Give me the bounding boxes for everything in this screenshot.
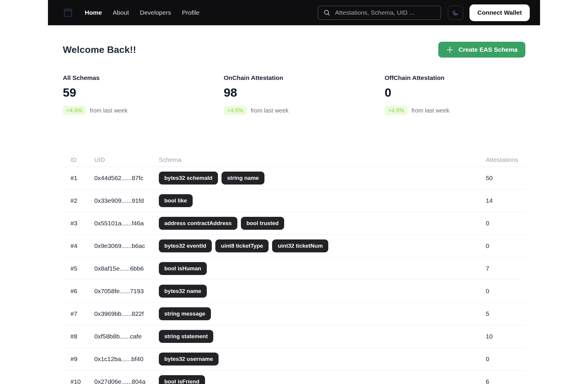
row-uid: 0xf58b8b......cafe: [94, 333, 159, 340]
nav-item-developers[interactable]: Developers: [140, 9, 171, 16]
nav-item-about[interactable]: About: [113, 9, 129, 16]
change-note: from last week: [90, 107, 128, 114]
search-icon: [323, 9, 331, 16]
row-id: #2: [71, 197, 94, 204]
change-badge: +4.5%: [63, 106, 86, 115]
row-id: #10: [71, 378, 94, 384]
change-badge: +4.5%: [224, 106, 247, 115]
change-note: from last week: [251, 107, 289, 114]
table-row[interactable]: #2 0x33e909......91fd bool like 14: [63, 190, 525, 212]
search-placeholder: Attestations, Schema, UID ...: [335, 9, 414, 16]
nav-item-profile[interactable]: Profile: [182, 9, 199, 16]
row-id: #9: [71, 356, 94, 363]
schema-field-pill: bytes32 eventId: [159, 239, 212, 252]
table-row[interactable]: #5 0x8af15e......6bb6 bool isHuman 7: [63, 257, 525, 280]
stat-card-offchain-attestation: OffChain Attestation 0 +4.5% from last w…: [385, 74, 525, 115]
table-row[interactable]: #7 0x3969bb......822f string message 5: [63, 303, 525, 325]
theme-toggle-button[interactable]: [448, 6, 463, 20]
row-uid: 0x33e909......91fd: [94, 197, 159, 204]
stat-label: All Schemas: [63, 74, 204, 81]
table-body: #1 0x44d562......87fc bytes32 schemaIdst…: [63, 167, 525, 384]
row-id: #7: [71, 310, 94, 317]
stat-card-all-schemas: All Schemas 59 +4.5% from last week: [63, 74, 204, 115]
row-id: #5: [71, 265, 94, 272]
row-attestations: 0: [486, 242, 525, 249]
row-id: #1: [71, 175, 94, 182]
stat-value: 59: [63, 86, 204, 100]
row-schema-pills: bytes32 eventIduint8 ticketTypeuint32 ti…: [159, 239, 486, 252]
row-attestations: 0: [486, 288, 525, 295]
schemas-table: ID UID Schema Attestations #1 0x44d562..…: [63, 153, 525, 384]
stats-section: All Schemas 59 +4.5% from last week OnCh…: [63, 74, 525, 115]
column-header-schema: Schema: [159, 156, 486, 163]
row-schema-pills: address contractAddressbool trusted: [159, 217, 486, 230]
table-row[interactable]: #10 0x27d06e......804a bool isFriend 6: [63, 370, 525, 384]
create-button-label: Create EAS Schema: [459, 46, 518, 53]
row-id: #8: [71, 333, 94, 340]
schema-field-pill: string message: [159, 307, 211, 320]
row-uid: 0x3969bb......822f: [94, 310, 159, 317]
create-eas-schema-button[interactable]: Create EAS Schema: [438, 42, 525, 58]
row-uid: 0x9e3069......b6ac: [94, 242, 159, 249]
row-uid: 0x1c12ba......bf40: [94, 356, 159, 363]
schema-field-pill: address contractAddress: [159, 217, 237, 230]
column-header-attestations: Attestations: [486, 156, 525, 163]
row-uid: 0x7058fe......7193: [94, 288, 159, 295]
stat-label: OnChain Attestation: [224, 74, 364, 81]
stat-card-onchain-attestation: OnChain Attestation 98 +4.5% from last w…: [224, 74, 364, 115]
row-id: #4: [71, 242, 94, 249]
nav-links: Home About Developers Profile: [85, 9, 199, 16]
row-uid: 0x55101a......f46a: [94, 220, 159, 227]
schema-field-pill: uint8 ticketType: [215, 239, 269, 252]
schema-field-pill: string name: [221, 172, 264, 185]
row-attestations: 14: [486, 197, 525, 204]
stat-value: 98: [224, 86, 364, 100]
search-input[interactable]: Attestations, Schema, UID ...: [318, 6, 441, 20]
app-logo[interactable]: [62, 7, 74, 19]
row-schema-pills: bool isHuman: [159, 262, 486, 275]
navbar: Home About Developers Profile Attestatio…: [48, 0, 540, 25]
page-title: Welcome Back!!: [63, 44, 136, 55]
row-attestations: 5: [486, 310, 525, 317]
row-uid: 0x44d562......87fc: [94, 175, 159, 182]
schema-field-pill: bytes32 name: [159, 285, 207, 298]
column-header-uid: UID: [94, 156, 159, 163]
moon-icon: [452, 9, 459, 16]
table-row[interactable]: #6 0x7058fe......7193 bytes32 name 0: [63, 280, 525, 303]
schema-field-pill: bytes32 username: [159, 353, 219, 365]
row-schema-pills: bool isFriend: [159, 375, 486, 384]
schema-field-pill: bool trusted: [241, 217, 284, 230]
row-attestations: 7: [486, 265, 525, 272]
table-row[interactable]: #4 0x9e3069......b6ac bytes32 eventIduin…: [63, 235, 525, 257]
row-schema-pills: bytes32 schemaIdstring name: [159, 172, 486, 185]
column-header-id: ID: [71, 156, 94, 163]
nav-item-home[interactable]: Home: [85, 9, 102, 16]
row-schema-pills: string statement: [159, 330, 486, 343]
row-attestations: 50: [486, 175, 525, 182]
row-uid: 0x8af15e......6bb6: [94, 265, 159, 272]
main-content: Welcome Back!! Create EAS Schema All Sch…: [63, 42, 525, 384]
schema-field-pill: bytes32 schemaId: [159, 172, 218, 185]
schema-field-pill: bool isHuman: [159, 262, 207, 275]
table-row[interactable]: #9 0x1c12ba......bf40 bytes32 username 0: [63, 348, 525, 370]
change-badge: +4.5%: [385, 106, 408, 115]
table-row[interactable]: #8 0xf58b8b......cafe string statement 1…: [63, 325, 525, 348]
table-header: ID UID Schema Attestations: [63, 153, 525, 167]
row-id: #6: [71, 288, 94, 295]
row-attestations: 0: [486, 220, 525, 227]
row-attestations: 10: [486, 333, 525, 340]
row-id: #3: [71, 220, 94, 227]
table-row[interactable]: #3 0x55101a......f46a address contractAd…: [63, 212, 525, 235]
stat-value: 0: [385, 86, 525, 100]
stat-label: OffChain Attestation: [385, 74, 525, 81]
plus-icon: [446, 46, 454, 54]
row-attestations: 6: [486, 378, 525, 384]
page-header: Welcome Back!! Create EAS Schema: [63, 42, 525, 58]
change-note: from last week: [412, 107, 449, 114]
connect-wallet-button[interactable]: Connect Wallet: [469, 4, 530, 21]
row-schema-pills: bytes32 name: [159, 285, 486, 298]
row-attestations: 0: [486, 356, 525, 363]
schema-field-pill: string statement: [159, 330, 214, 343]
table-row[interactable]: #1 0x44d562......87fc bytes32 schemaIdst…: [63, 167, 525, 190]
schema-field-pill: uint32 ticketNum: [272, 239, 328, 252]
